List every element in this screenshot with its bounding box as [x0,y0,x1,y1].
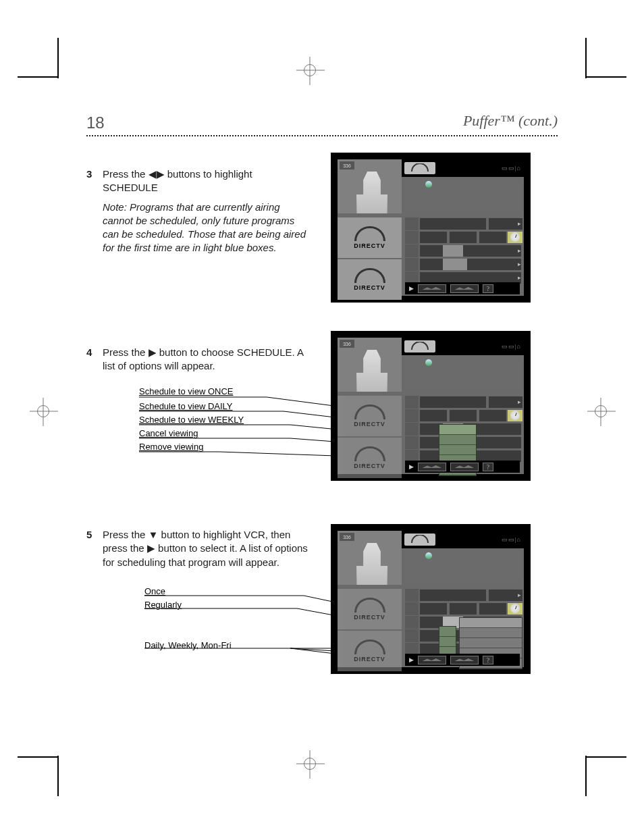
popup-option[interactable] [460,618,522,628]
toolbar-button[interactable] [418,656,446,664]
crop-mark [18,76,58,78]
callout-label: Cancel viewing [139,428,198,438]
crop-mark [585,756,587,796]
player-silhouette [356,350,387,392]
player-silhouette [356,172,387,213]
toolbar-button[interactable] [450,463,479,471]
callout-label: Remove viewing [139,442,203,452]
callout-label: Regularly [144,600,182,610]
registration-mark-icon [304,758,316,770]
popup-option[interactable] [439,445,476,455]
step-number: 4 [86,346,96,373]
step-text: Press the ◀▶ buttons to highlight SCHEDU… [103,167,309,195]
page-number: 18 [86,113,105,132]
provider-logo: DIRECTV [338,438,402,478]
header-icons: ▭▭|⌂ [502,536,521,543]
globe-icon [425,359,432,366]
note-text: Note: Programs that are currently airing… [103,201,309,255]
guide-screenshot-2: 336 ▭▭|⌂ DIRECTV DIRECTV ▸ [331,331,531,481]
popup-option[interactable] [460,628,522,638]
toolbar-button[interactable] [450,656,479,664]
callout-label: Daily, Weekly, Mon-Fri [144,640,232,650]
popup-option[interactable] [460,638,522,648]
text: SCHEDULE [237,346,292,358]
crop-mark [18,756,58,758]
provider-logo: DIRECTV [338,589,402,629]
guide-topbar: ▭▭|⌂ [402,338,524,355]
page-title: Puffer™ (cont.) [463,112,558,130]
registration-mark-icon [304,64,316,76]
crop-mark [586,756,626,758]
help-button[interactable]: ? [483,284,493,293]
directv-logo-icon [404,533,435,546]
toolbar-button[interactable] [450,284,479,293]
toolbar-button[interactable] [418,284,446,293]
step-number: 5 [86,528,96,569]
text: DIRECTV [354,614,385,621]
provider-logo: DIRECTV [338,259,402,300]
text: DIRECTV [354,463,385,469]
provider-logo: DIRECTV [338,631,402,671]
callout-label: Schedule to view WEEKLY [139,415,244,425]
text: Press the [103,346,149,358]
guide-grid[interactable]: ▸ ▸ ▸ ▸ [405,217,520,280]
right-arrow-icon: ▶ [147,542,155,555]
text: DIRECTV [354,284,385,291]
program-info-panel [405,357,520,390]
step-text: Press the ▶ button to choose SCHEDULE. A… [103,346,309,373]
clock-icon [510,232,520,242]
guide-toolbar: ▶ ? [405,461,520,473]
clock-icon [510,411,520,420]
crop-mark [586,76,626,78]
globe-icon [425,181,432,188]
play-icon: ▶ [409,285,414,292]
video-preview: 336 [338,338,402,392]
program-info-panel [405,550,520,583]
clock-icon [510,604,520,613]
callout-label: Schedule to view DAILY [139,401,233,411]
help-button[interactable]: ? [483,463,493,471]
text: DIRECTV [354,656,385,662]
directv-logo-icon [404,162,435,174]
step-text: Press the ▼ button to highlight VCR, the… [103,528,309,569]
popup-option[interactable] [439,637,456,647]
program-info-panel [405,178,520,212]
right-arrow-icon: ▶ [149,346,157,359]
popup-option[interactable] [439,435,476,445]
guide-screenshot-1: 336 ▭▭|⌂ DIRECTV DIRECTV ▸ ▸ ▸ ▸ ▶ [331,153,531,303]
guide-toolbar: ▶ ? [405,282,520,294]
header-icons: ▭▭|⌂ [502,343,521,350]
registration-mark-icon [595,405,607,417]
toolbar-button[interactable] [418,463,446,471]
provider-logo: DIRECTV [338,217,402,258]
popup-option[interactable] [439,627,456,637]
registration-mark-icon [37,405,49,417]
crop-mark [57,756,59,796]
provider-logo: DIRECTV [338,396,402,436]
directv-logo-icon [404,340,435,353]
left-right-arrow-icon: ◀▶ [149,167,165,181]
guide-toolbar: ▶ ? [405,654,520,666]
guide-topbar: ▭▭|⌂ [402,531,524,548]
play-icon: ▶ [409,463,414,470]
player-silhouette [356,543,387,585]
text: SCHEDULE [103,182,158,193]
header-icons: ▭▭|⌂ [502,165,521,172]
step-number: 3 [86,167,96,195]
callout-label: Once [144,586,165,596]
guide-screenshot-3: 336 ▭▭|⌂ DIRECTV DIRECTV ▸ [331,524,531,674]
guide-topbar: ▭▭|⌂ [402,159,524,177]
schedule-popup-small[interactable] [439,626,456,658]
text: DIRECTV [354,421,385,427]
text: button to choose [157,346,234,358]
callout-label: Schedule to view ONCE [139,386,233,396]
header-rule [86,135,558,136]
crop-mark [585,38,587,78]
help-button[interactable]: ? [483,656,493,664]
globe-icon [425,552,432,559]
popup-option[interactable] [439,425,476,435]
crop-mark [57,38,59,78]
text: DIRECTV [354,242,385,249]
channel-chip: 336 [340,533,354,541]
text: Press the [103,168,149,180]
